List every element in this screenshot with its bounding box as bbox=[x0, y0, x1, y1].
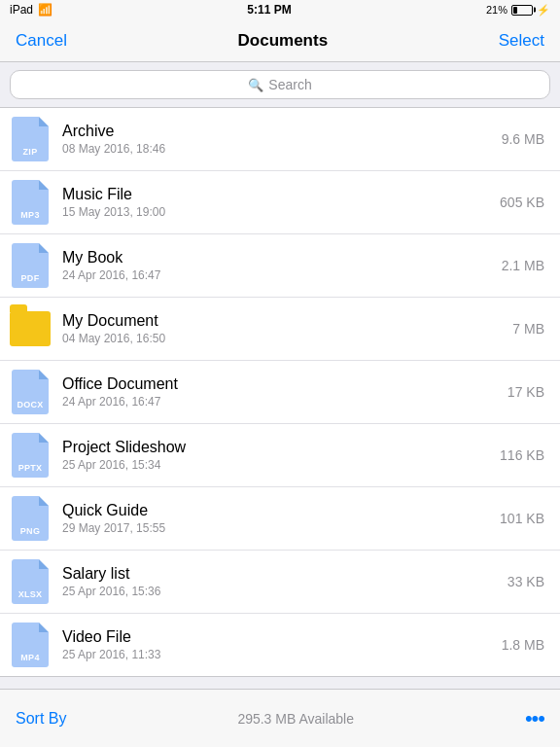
file-size: 116 KB bbox=[500, 447, 544, 463]
file-date: 25 Apr 2016, 15:36 bbox=[62, 585, 500, 598]
file-info: Project Slideshow 25 Apr 2016, 15:34 bbox=[62, 439, 492, 472]
file-icon-wrap: DOCX bbox=[10, 369, 51, 415]
list-item[interactable]: XLSX Salary list 25 Apr 2016, 15:36 33 K… bbox=[0, 551, 560, 614]
status-time: 5:11 PM bbox=[247, 3, 291, 17]
file-info: Music File 15 May 2013, 19:00 bbox=[62, 186, 492, 219]
search-placeholder: Search bbox=[268, 77, 311, 92]
file-size: 9.6 MB bbox=[502, 131, 544, 147]
file-name: Office Document bbox=[62, 375, 500, 393]
file-icon-wrap bbox=[10, 305, 51, 352]
file-name: My Document bbox=[62, 312, 505, 330]
select-button[interactable]: Select bbox=[499, 31, 544, 51]
file-date: 24 Apr 2016, 16:47 bbox=[62, 395, 500, 409]
file-date: 24 Apr 2016, 16:47 bbox=[62, 268, 494, 282]
file-icon: PNG bbox=[12, 496, 49, 541]
file-date: 25 Apr 2016, 15:34 bbox=[62, 458, 492, 472]
file-size: 2.1 MB bbox=[502, 258, 544, 273]
file-name: Salary list bbox=[62, 565, 500, 583]
file-type-label: PPTX bbox=[18, 463, 43, 473]
nav-bar: Cancel Documents Select bbox=[0, 19, 560, 62]
file-name: Project Slideshow bbox=[62, 439, 492, 456]
file-date: 25 Apr 2016, 11:33 bbox=[62, 648, 494, 661]
list-item[interactable]: ZIP Archive 08 May 2016, 18:46 9.6 MB bbox=[0, 108, 560, 171]
file-type-label: XLSX bbox=[18, 589, 43, 599]
battery-percent: 21% bbox=[486, 4, 508, 16]
file-size: 1.8 MB bbox=[502, 637, 544, 653]
device-label: iPad bbox=[10, 3, 33, 17]
search-icon: 🔍 bbox=[248, 78, 263, 92]
list-item[interactable]: MP4 Video File 25 Apr 2016, 11:33 1.8 MB bbox=[0, 614, 560, 676]
file-icon: XLSX bbox=[12, 559, 49, 604]
file-icon: MP4 bbox=[12, 622, 49, 667]
list-item[interactable]: MP3 Music File 15 May 2013, 19:00 605 KB bbox=[0, 171, 560, 234]
file-type-label: DOCX bbox=[17, 400, 43, 409]
file-info: My Document 04 May 2016, 16:50 bbox=[62, 312, 505, 345]
battery-icon bbox=[511, 5, 533, 16]
status-right: 21% ⚡ bbox=[486, 4, 550, 17]
file-list: ZIP Archive 08 May 2016, 18:46 9.6 MB MP… bbox=[0, 107, 560, 677]
folder-icon bbox=[10, 311, 51, 346]
file-info: Office Document 24 Apr 2016, 16:47 bbox=[62, 375, 500, 409]
file-info: Archive 08 May 2016, 18:46 bbox=[62, 123, 494, 156]
file-info: My Book 24 Apr 2016, 16:47 bbox=[62, 249, 494, 282]
file-icon: ZIP bbox=[12, 117, 49, 161]
wifi-icon: 📶 bbox=[38, 3, 52, 17]
list-item[interactable]: PNG Quick Guide 29 May 2017, 15:55 101 K… bbox=[0, 487, 560, 551]
list-item[interactable]: My Document 04 May 2016, 16:50 7 MB bbox=[0, 298, 560, 361]
file-size: 605 KB bbox=[500, 195, 544, 210]
file-icon-wrap: PNG bbox=[10, 495, 51, 542]
file-size: 33 KB bbox=[508, 574, 544, 589]
file-type-label: PNG bbox=[20, 526, 40, 536]
sort-by-button[interactable]: Sort By bbox=[16, 710, 66, 728]
file-type-label: PDF bbox=[21, 273, 40, 283]
charge-icon: ⚡ bbox=[537, 4, 550, 17]
list-item[interactable]: PPTX Project Slideshow 25 Apr 2016, 15:3… bbox=[0, 424, 560, 487]
file-name: Music File bbox=[62, 186, 492, 203]
file-type-label: MP3 bbox=[20, 210, 39, 220]
bottom-bar: Sort By 295.3 MB Available ••• bbox=[0, 689, 560, 747]
status-bar: iPad 📶 5:11 PM 21% ⚡ bbox=[0, 0, 560, 19]
more-button[interactable]: ••• bbox=[525, 706, 544, 731]
search-bar[interactable]: 🔍 Search bbox=[10, 70, 550, 99]
file-date: 08 May 2016, 18:46 bbox=[62, 142, 494, 156]
file-type-label: ZIP bbox=[23, 147, 38, 157]
file-icon-wrap: MP4 bbox=[10, 622, 51, 668]
page-title: Documents bbox=[238, 31, 329, 51]
file-size: 101 KB bbox=[500, 511, 544, 526]
file-icon: PPTX bbox=[12, 433, 49, 478]
file-info: Quick Guide 29 May 2017, 15:55 bbox=[62, 502, 492, 535]
file-icon-wrap: XLSX bbox=[10, 558, 51, 605]
file-size: 7 MB bbox=[512, 321, 544, 337]
file-icon: MP3 bbox=[12, 180, 49, 225]
file-icon: DOCX bbox=[12, 370, 49, 414]
file-name: Quick Guide bbox=[62, 502, 492, 519]
status-left: iPad 📶 bbox=[10, 3, 52, 17]
available-storage: 295.3 MB Available bbox=[237, 711, 354, 727]
file-name: My Book bbox=[62, 249, 494, 267]
file-icon-wrap: MP3 bbox=[10, 179, 51, 226]
file-info: Video File 25 Apr 2016, 11:33 bbox=[62, 628, 494, 661]
file-type-label: MP4 bbox=[20, 653, 39, 662]
file-icon-wrap: ZIP bbox=[10, 116, 51, 162]
file-date: 29 May 2017, 15:55 bbox=[62, 521, 492, 535]
file-name: Archive bbox=[62, 123, 494, 140]
file-date: 15 May 2013, 19:00 bbox=[62, 205, 492, 219]
search-bar-container: 🔍 Search bbox=[0, 62, 560, 107]
file-icon-wrap: PPTX bbox=[10, 432, 51, 479]
list-item[interactable]: PDF My Book 24 Apr 2016, 16:47 2.1 MB bbox=[0, 234, 560, 298]
file-size: 17 KB bbox=[508, 384, 544, 400]
file-icon-wrap: PDF bbox=[10, 242, 51, 289]
cancel-button[interactable]: Cancel bbox=[16, 31, 67, 51]
list-item[interactable]: DOCX Office Document 24 Apr 2016, 16:47 … bbox=[0, 361, 560, 424]
file-date: 04 May 2016, 16:50 bbox=[62, 332, 505, 345]
file-icon: PDF bbox=[12, 243, 49, 288]
file-name: Video File bbox=[62, 628, 494, 646]
file-info: Salary list 25 Apr 2016, 15:36 bbox=[62, 565, 500, 598]
